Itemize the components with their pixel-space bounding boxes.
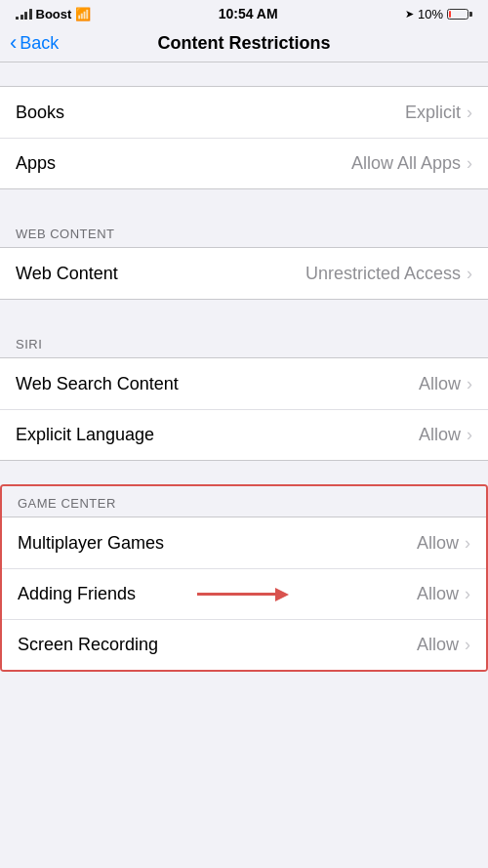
adding-friends-chevron-icon: ›: [465, 584, 470, 604]
battery-percent: 10%: [418, 7, 443, 21]
apps-label: Apps: [16, 153, 56, 174]
screen-recording-value-text: Allow: [417, 635, 459, 655]
carrier-name: Boost: [36, 7, 72, 21]
web-content-label: Web Content: [16, 264, 118, 284]
battery-icon: [447, 9, 472, 20]
spacer-web: [0, 189, 488, 213]
spacer-bottom: [0, 672, 488, 695]
arrow-head-icon: [275, 588, 289, 601]
adding-friends-value: Allow ›: [417, 584, 470, 604]
screen-recording-label: Screen Recording: [18, 635, 158, 655]
game-center-group: Multiplayer Games Allow › Adding Friends…: [2, 517, 486, 670]
explicit-language-value-text: Allow: [419, 425, 461, 445]
web-search-label: Web Search Content: [16, 374, 179, 394]
books-value-text: Explicit: [405, 103, 461, 123]
signal-icon: [16, 8, 32, 20]
game-center-section-header: GAME CENTER: [2, 486, 486, 517]
spacer-game: [0, 461, 488, 484]
wifi-icon: 📶: [75, 7, 91, 21]
web-content-row[interactable]: Web Content Unrestricted Access ›: [0, 248, 488, 299]
navigation-bar: ‹ Back Content Restrictions: [0, 27, 488, 62]
screen-recording-row[interactable]: Screen Recording Allow ›: [2, 619, 486, 670]
books-row[interactable]: Books Explicit ›: [0, 87, 488, 138]
books-chevron-icon: ›: [467, 103, 472, 123]
apps-row[interactable]: Apps Allow All Apps ›: [0, 138, 488, 188]
multiplayer-games-value-text: Allow: [417, 533, 459, 554]
multiplayer-games-chevron-icon: ›: [465, 533, 470, 554]
explicit-language-chevron-icon: ›: [467, 425, 472, 445]
back-chevron-icon: ‹: [10, 32, 17, 54]
spacer-top: [0, 62, 488, 86]
status-bar: Boost 📶 10:54 AM ➤ 10%: [0, 0, 488, 27]
game-center-section: GAME CENTER Multiplayer Games Allow › Ad…: [0, 484, 488, 672]
siri-group: Web Search Content Allow › Explicit Lang…: [0, 357, 488, 461]
spacer-siri: [0, 300, 488, 323]
screen-recording-value: Allow ›: [417, 635, 470, 655]
books-value: Explicit ›: [405, 103, 472, 123]
siri-section: SIRI Web Search Content Allow › Explicit…: [0, 323, 488, 461]
content-area: Books Explicit › Apps Allow All Apps › W…: [0, 62, 488, 695]
web-content-value-text: Unrestricted Access: [305, 264, 461, 284]
books-label: Books: [16, 103, 64, 123]
multiplayer-games-label: Multiplayer Games: [18, 533, 164, 554]
web-content-chevron-icon: ›: [467, 264, 472, 284]
arrow-line: [197, 593, 275, 596]
status-time: 10:54 AM: [219, 6, 278, 21]
explicit-language-label: Explicit Language: [16, 425, 154, 445]
adding-friends-value-text: Allow: [417, 584, 459, 604]
back-label: Back: [20, 33, 59, 54]
explicit-language-value: Allow ›: [419, 425, 472, 445]
arrow-annotation: [197, 588, 289, 601]
location-icon: ➤: [405, 8, 414, 21]
apps-chevron-icon: ›: [467, 153, 472, 174]
web-content-value: Unrestricted Access ›: [305, 264, 472, 284]
web-search-chevron-icon: ›: [467, 374, 472, 394]
multiplayer-games-row[interactable]: Multiplayer Games Allow ›: [2, 517, 486, 568]
screen-recording-chevron-icon: ›: [465, 635, 470, 655]
explicit-language-row[interactable]: Explicit Language Allow ›: [0, 409, 488, 460]
web-search-row[interactable]: Web Search Content Allow ›: [0, 358, 488, 409]
status-battery: ➤ 10%: [405, 7, 472, 21]
apps-value-text: Allow All Apps: [351, 153, 461, 174]
web-content-section-header: WEB CONTENT: [0, 213, 488, 247]
general-section: Books Explicit › Apps Allow All Apps ›: [0, 86, 488, 189]
adding-friends-label: Adding Friends: [18, 584, 136, 604]
web-content-group: Web Content Unrestricted Access ›: [0, 247, 488, 300]
web-content-section: WEB CONTENT Web Content Unrestricted Acc…: [0, 213, 488, 300]
apps-value: Allow All Apps ›: [351, 153, 472, 174]
multiplayer-games-value: Allow ›: [417, 533, 470, 554]
web-search-value: Allow ›: [419, 374, 472, 394]
siri-section-header: SIRI: [0, 323, 488, 357]
back-button[interactable]: ‹ Back: [10, 33, 59, 54]
web-search-value-text: Allow: [419, 374, 461, 394]
status-carrier: Boost 📶: [16, 7, 91, 21]
page-title: Content Restrictions: [157, 33, 330, 54]
adding-friends-row[interactable]: Adding Friends Allow ›: [2, 568, 486, 619]
